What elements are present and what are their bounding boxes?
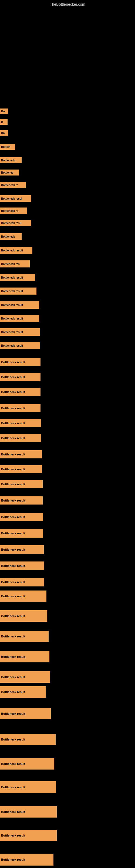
bottleneck-bar-container: Bottleneck result xyxy=(0,342,40,349)
bottleneck-bar-container: Bottleneck result xyxy=(0,373,41,381)
bottleneck-bar-container: Bottleneck result xyxy=(0,434,41,442)
bottleneck-result-bar: Bottlenec xyxy=(0,169,19,176)
bottleneck-result-bar: Bottleneck result xyxy=(0,781,56,793)
bottleneck-result-bar: B xyxy=(0,119,8,125)
bottleneck-bar-container: Bottleneck result xyxy=(0,465,42,473)
bottleneck-result-bar: Bottleneck result xyxy=(0,513,43,521)
bottleneck-result-bar: Bottleneck result xyxy=(0,631,49,642)
bottleneck-result-bar: Bottleneck result xyxy=(0,465,42,473)
bottleneck-bar-container: Bo xyxy=(0,130,8,135)
bottleneck-result-bar: Bottleneck res xyxy=(0,260,30,268)
bottleneck-bar-container: Bottleneck result xyxy=(0,301,39,309)
bottleneck-bar-container: Bottleneck xyxy=(0,233,21,240)
bottleneck-result-bar: Bottleneck result xyxy=(0,578,44,586)
bottleneck-result-bar: Bottleneck result xyxy=(0,450,42,458)
bottleneck-bar-container: Bottleneck result xyxy=(0,513,43,521)
bottleneck-bar-container: Bottleneck result xyxy=(0,274,35,281)
bottleneck-result-bar: Bottleneck result xyxy=(0,315,39,322)
bottleneck-bar-container: Bottleneck result xyxy=(0,708,51,719)
bottleneck-bar-container: Bottleneck result xyxy=(0,806,57,817)
bottleneck-bar-container: Bottleneck resu xyxy=(0,220,31,226)
bottleneck-bar-container: Bottleneck result xyxy=(0,247,32,254)
bottleneck-result-bar: Bottleneck result xyxy=(0,434,41,442)
bottleneck-bar-container: Bottleneck result xyxy=(0,419,41,427)
bottleneck-bar-container: Bottleneck result xyxy=(0,830,57,841)
bottleneck-result-bar: Bottleneck result xyxy=(0,287,37,294)
bottleneck-result-bar: Bottleneck result xyxy=(0,734,56,745)
bottleneck-bar-container: Bottlen xyxy=(0,144,15,150)
site-title: TheBottlenecker.com xyxy=(0,0,135,8)
bottleneck-result-bar: Bottleneck result xyxy=(0,247,32,254)
bottleneck-bar-container: Bottleneck re xyxy=(0,208,27,214)
bottleneck-result-bar: Bottleneck result xyxy=(0,545,44,554)
bottleneck-bar-container: Bottleneck result xyxy=(0,781,56,793)
bottleneck-result-bar: Bottleneck result xyxy=(0,671,50,683)
bottleneck-result-bar: Bottleneck result xyxy=(0,388,41,396)
bottleneck-result-bar: Bottleneck result xyxy=(0,590,46,602)
bottleneck-result-bar: Bottlen xyxy=(0,144,15,150)
bottleneck-result-bar: Bottleneck result xyxy=(0,854,53,866)
bottleneck-bar-container: Bottleneck result xyxy=(0,854,53,866)
bottleneck-bar-container: Bottleneck result xyxy=(0,496,43,504)
bottleneck-bar-container: Bottleneck result xyxy=(0,686,46,698)
bottleneck-result-bar: Bottleneck re xyxy=(0,208,27,214)
bottleneck-bar-container: Bottleneck result xyxy=(0,545,44,554)
bottleneck-bar-container: Bottleneck result xyxy=(0,404,41,412)
bottleneck-result-bar: Bottleneck result xyxy=(0,328,40,336)
bottleneck-result-bar: Bottleneck resul xyxy=(0,195,31,202)
bottleneck-bar-container: Bottleneck result xyxy=(0,388,41,396)
bottleneck-bar-container: Bottleneck result xyxy=(0,758,54,770)
bottleneck-bar-container: Bottleneck result xyxy=(0,287,37,294)
bottleneck-bar-container: Bottleneck result xyxy=(0,651,49,662)
bottleneck-bar-container: B xyxy=(0,119,8,125)
bottleneck-bar-container: Bottleneck result xyxy=(0,480,43,488)
bottleneck-bar-container: Bottleneck result xyxy=(0,358,41,366)
bottleneck-bar-container: Bottleneck r xyxy=(0,157,21,163)
bottleneck-result-bar: Bottleneck r xyxy=(0,157,21,163)
bottleneck-bar-container: Bottleneck result xyxy=(0,315,39,322)
bottleneck-result-bar: Bottleneck result xyxy=(0,806,57,817)
bottleneck-bar-container: Bottleneck resul xyxy=(0,195,31,202)
bottleneck-result-bar: Bottleneck result xyxy=(0,496,43,504)
bottleneck-result-bar: Bottleneck result xyxy=(0,830,57,841)
bottleneck-bar-container: Bottlenec xyxy=(0,169,19,176)
bottleneck-bar-container: Bottleneck re xyxy=(0,182,26,188)
bottleneck-result-bar: Bottleneck result xyxy=(0,651,49,662)
bottleneck-result-bar: Bottleneck result xyxy=(0,373,41,381)
bottleneck-result-bar: Bottleneck result xyxy=(0,480,43,488)
bottleneck-result-bar: Bottleneck result xyxy=(0,404,41,412)
bottleneck-result-bar: Bo xyxy=(0,130,8,135)
bottleneck-result-bar: Bottleneck result xyxy=(0,358,41,366)
bottleneck-bar-container: Bottleneck res xyxy=(0,260,30,268)
bottleneck-bar-container: Bottleneck result xyxy=(0,578,44,586)
bottleneck-result-bar: Bo xyxy=(0,108,8,114)
bottleneck-result-bar: Bottleneck result xyxy=(0,301,39,309)
bottleneck-result-bar: Bottleneck result xyxy=(0,419,41,427)
bottleneck-result-bar: Bottleneck result xyxy=(0,342,40,349)
bottleneck-result-bar: Bottleneck result xyxy=(0,274,35,281)
bottleneck-result-bar: Bottleneck resu xyxy=(0,220,31,226)
bottleneck-result-bar: Bottleneck result xyxy=(0,610,47,622)
bottleneck-result-bar: Bottleneck result xyxy=(0,529,43,538)
bottleneck-result-bar: Bottleneck result xyxy=(0,708,51,719)
bottleneck-bar-container: Bottleneck result xyxy=(0,561,44,570)
bottleneck-bar-container: Bo xyxy=(0,108,8,114)
bottleneck-bar-container: Bottleneck result xyxy=(0,590,46,602)
bottleneck-result-bar: Bottleneck result xyxy=(0,686,46,698)
bottleneck-bar-container: Bottleneck result xyxy=(0,671,50,683)
bottleneck-bar-container: Bottleneck result xyxy=(0,610,47,622)
bottleneck-bar-container: Bottleneck result xyxy=(0,529,43,538)
bottleneck-bar-container: Bottleneck result xyxy=(0,450,42,458)
bottleneck-bar-container: Bottleneck result xyxy=(0,328,40,336)
bottleneck-bar-container: Bottleneck result xyxy=(0,631,49,642)
bottleneck-result-bar: Bottleneck re xyxy=(0,182,26,188)
bottleneck-bar-container: Bottleneck result xyxy=(0,734,56,745)
bottleneck-result-bar: Bottleneck result xyxy=(0,561,44,570)
bottleneck-result-bar: Bottleneck result xyxy=(0,758,54,770)
bottleneck-result-bar: Bottleneck xyxy=(0,233,21,240)
